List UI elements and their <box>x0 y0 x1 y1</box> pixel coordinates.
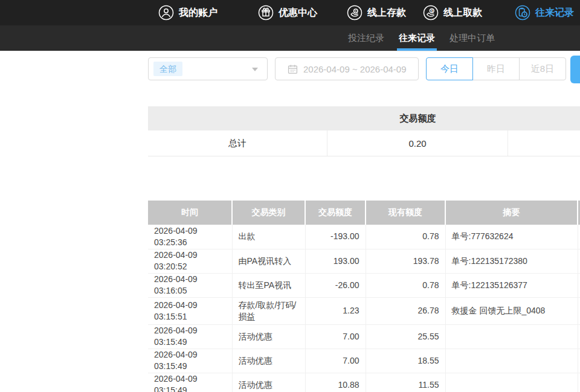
records-table: 时间 交易类别 交易额度 现有额度 摘要 2026-04-09 03:25:36… <box>148 201 580 392</box>
cell-amount: 10.88 <box>305 373 366 392</box>
cell-type: 转出至PA视讯 <box>232 273 305 297</box>
nav-my-account[interactable]: 我的账户 <box>158 0 218 25</box>
deposit-hand-coin-icon <box>347 5 362 21</box>
cell-clipped <box>578 249 580 273</box>
yesterday-button[interactable]: 昨日 <box>472 57 520 80</box>
cell-balance: 25.55 <box>366 324 445 349</box>
cell-amount: 193.00 <box>305 249 366 273</box>
cell-clipped <box>578 225 580 249</box>
calendar-icon <box>288 64 298 74</box>
cell-clipped <box>578 273 580 297</box>
summary-total-value: 0.20 <box>327 130 508 156</box>
cell-amount: -26.00 <box>305 273 366 297</box>
table-row: 2026-04-09 03:15:49 活动优惠 7.00 25.55 <box>148 324 580 349</box>
cell-summary <box>445 373 578 392</box>
cell-clipped <box>578 349 580 373</box>
summary-total-row: 总计 0.20 <box>148 130 580 156</box>
nav-label: 线上存款 <box>367 7 406 19</box>
selected-type-chip: 全部 <box>153 62 182 76</box>
cell-type: 活动优惠 <box>232 349 305 373</box>
table-row: 2026-04-09 03:25:36 出款 -193.00 0.78 单号:7… <box>148 225 580 249</box>
top-navbar: 我的账户 优惠中心 线上存款 $ 线上取款 往来记录 <box>0 0 580 25</box>
summary-table: 交易额度 总计 0.20 <box>148 106 580 156</box>
summary-header-label: 交易额度 <box>327 106 508 130</box>
cell-amount: 7.00 <box>305 349 366 373</box>
nav-label: 我的账户 <box>179 7 218 19</box>
nav-label: 往来记录 <box>535 7 574 19</box>
col-header-type: 交易类别 <box>232 201 305 225</box>
summary-header: 交易额度 <box>148 106 580 130</box>
table-row: 2026-04-09 03:15:49 活动优惠 10.88 11.55 <box>148 373 580 392</box>
withdraw-hand-coin-icon: $ <box>423 5 439 21</box>
cell-type: 活动优惠 <box>232 373 305 392</box>
cell-summary <box>445 324 578 349</box>
cell-time: 2026-04-09 03:15:49 <box>148 324 232 349</box>
cell-time: 2026-04-09 03:25:36 <box>148 225 232 249</box>
cell-time: 2026-04-09 03:16:05 <box>148 273 232 297</box>
cell-balance: 18.55 <box>366 349 445 373</box>
cell-balance: 11.55 <box>366 373 445 392</box>
nav-label: 线上取款 <box>443 7 482 19</box>
nav-transaction-records[interactable]: 往来记录 <box>515 0 574 25</box>
cell-time: 2026-04-09 03:20:52 <box>148 249 232 273</box>
records-subnav: 投注纪录 往来记录 处理中订单 <box>0 25 580 51</box>
summary-total-label: 总计 <box>148 130 327 156</box>
cell-balance: 26.78 <box>366 297 445 324</box>
table-row: 2026-04-09 03:15:49 活动优惠 7.00 18.55 <box>148 349 580 373</box>
cell-amount: -193.00 <box>305 225 366 249</box>
nav-label: 优惠中心 <box>279 7 317 19</box>
cell-clipped <box>578 297 580 324</box>
today-button[interactable]: 今日 <box>426 57 473 80</box>
last-8-days-button[interactable]: 近8日 <box>519 57 566 80</box>
tab-betting-records[interactable]: 投注纪录 <box>348 25 384 51</box>
summary-empty-cell <box>508 130 580 156</box>
transaction-records-page: 我的账户 优惠中心 线上存款 $ 线上取款 往来记录 投注纪录 往来记录 处理中… <box>0 0 580 392</box>
search-button[interactable] <box>570 56 580 83</box>
content-divider <box>0 51 580 51</box>
cell-balance: 0.78 <box>366 273 445 297</box>
cell-summary: 单号:122135126377 <box>445 273 578 297</box>
cell-balance: 193.78 <box>366 249 445 273</box>
tab-transaction-records[interactable]: 往来记录 <box>399 25 435 51</box>
cell-balance: 0.78 <box>366 225 445 249</box>
cell-clipped <box>578 324 580 349</box>
table-row: 2026-04-09 03:15:51 存款/取款/打码/损益 1.23 26.… <box>148 297 580 324</box>
cell-summary: 单号:122135172380 <box>445 249 578 273</box>
cell-clipped <box>578 373 580 392</box>
cell-time: 2026-04-09 03:15:49 <box>148 349 232 373</box>
nav-online-deposit[interactable]: 线上存款 <box>347 0 406 25</box>
col-header-summary: 摘要 <box>445 201 578 225</box>
cell-type: 由PA视讯转入 <box>232 249 305 273</box>
cell-amount: 1.23 <box>305 297 366 324</box>
col-header-amount: 交易额度 <box>305 201 366 225</box>
cell-amount: 7.00 <box>305 324 366 349</box>
date-range-value: 2026-04-09 ~ 2026-04-09 <box>303 64 407 74</box>
table-row: 2026-04-09 03:16:05 转出至PA视讯 -26.00 0.78 … <box>148 273 580 297</box>
user-circle-icon <box>158 5 174 21</box>
transaction-type-select[interactable]: 全部 <box>148 57 268 80</box>
col-header-clipped <box>578 201 580 225</box>
nav-promo-center[interactable]: 优惠中心 <box>258 0 317 25</box>
records-tabs: 投注纪录 往来记录 处理中订单 <box>348 25 495 51</box>
cell-type: 活动优惠 <box>232 324 305 349</box>
chevron-down-icon <box>252 68 258 71</box>
nav-online-withdraw[interactable]: $ 线上取款 <box>423 0 482 25</box>
cell-time: 2026-04-09 03:15:51 <box>148 297 232 324</box>
tab-processing-orders[interactable]: 处理中订单 <box>450 25 495 51</box>
cell-summary <box>445 349 578 373</box>
col-header-time: 时间 <box>148 201 232 225</box>
quick-date-buttons: 今日 昨日 近8日 <box>426 57 566 80</box>
cell-type: 出款 <box>232 225 305 249</box>
col-header-balance: 现有额度 <box>366 201 445 225</box>
clipboard-clock-icon <box>515 5 530 21</box>
gift-icon <box>258 5 274 21</box>
cell-summary: 救援金 回馈无上限_0408 <box>445 297 578 324</box>
date-range-input[interactable]: 2026-04-09 ~ 2026-04-09 <box>275 57 419 80</box>
cell-summary: 单号:777632624 <box>445 225 578 249</box>
cell-time: 2026-04-09 03:15:49 <box>148 373 232 392</box>
cell-type: 存款/取款/打码/损益 <box>232 297 305 324</box>
table-row: 2026-04-09 03:20:52 由PA视讯转入 193.00 193.7… <box>148 249 580 273</box>
table-header-row: 时间 交易类别 交易额度 现有额度 摘要 <box>148 201 580 225</box>
